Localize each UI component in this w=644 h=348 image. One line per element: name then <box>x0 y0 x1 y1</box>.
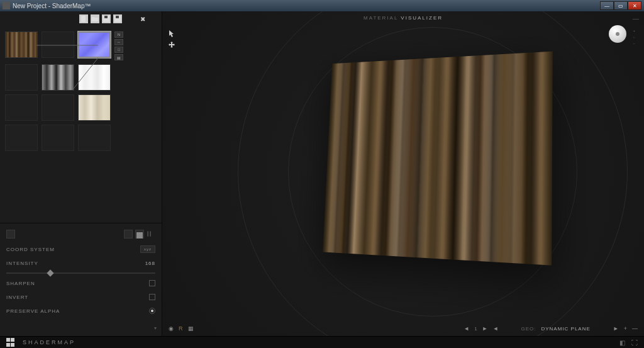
new-file-icon[interactable] <box>79 14 88 23</box>
intensity-slider-thumb[interactable] <box>47 269 54 276</box>
window-titlebar: New Project - ShaderMap™ — ▭ ✕ <box>0 0 644 11</box>
viewport-bottombar: ◉ R ▦ ◄ 1 ► ◄ GEO: DYNAMIC PLANE ► + — <box>162 323 644 334</box>
left-panel: ✖ N ↔ □ ▤ <box>0 11 162 336</box>
viewport-tools <box>167 29 176 49</box>
map-row-3 <box>5 125 157 151</box>
app-footer: SHADERMAP ◧ ⛶ <box>0 336 644 348</box>
properties-header: ┃┃ <box>6 230 155 239</box>
light-gizmo-ball[interactable] <box>609 25 626 43</box>
map-row-0: N ↔ □ ▤ <box>5 31 157 60</box>
preserve-alpha-radio[interactable] <box>149 308 155 314</box>
side-btn-3[interactable]: ▤ <box>114 54 123 60</box>
cursor-icon[interactable] <box>167 29 176 38</box>
map-row-2 <box>5 94 157 121</box>
gizmo-dot-icon[interactable]: ○ <box>633 35 635 39</box>
geo-label: GEO: <box>521 326 536 332</box>
side-btn-1[interactable]: ↔ <box>114 39 123 45</box>
add-icon[interactable]: + <box>624 325 627 332</box>
preview-plane-wrap <box>316 55 549 257</box>
window-controls: — ▭ ✕ <box>600 1 641 10</box>
spacer <box>114 125 123 151</box>
coord-system-label: COORD SYSTEM <box>6 247 55 252</box>
invert-row: INVERT <box>6 293 155 301</box>
save-file-icon[interactable] <box>102 14 111 23</box>
sharpen-checkbox[interactable] <box>149 280 155 286</box>
map-side-buttons: N ↔ □ ▤ <box>114 31 123 60</box>
preserve-alpha-row: PRESERVE ALPHA <box>6 306 155 315</box>
side-btn-0[interactable]: N <box>114 31 123 38</box>
invert-checkbox[interactable] <box>149 294 155 300</box>
svg-rect-2 <box>104 16 108 18</box>
map-empty-1-0[interactable] <box>5 64 38 91</box>
intensity-label: INTENSITY <box>6 261 38 266</box>
svg-rect-0 <box>81 16 86 22</box>
next-icon[interactable]: ► <box>482 325 488 332</box>
map-row-1 <box>5 64 157 91</box>
move-icon[interactable] <box>167 40 176 49</box>
page-current: 1 <box>474 326 477 332</box>
remove-icon[interactable]: — <box>632 325 638 332</box>
preview-plane[interactable] <box>323 52 553 266</box>
app-body: ✖ N ↔ □ ▤ <box>0 11 644 336</box>
maximize-button[interactable]: ▭ <box>614 1 628 10</box>
properties-panel: ┃┃ COORD SYSTEM xyz INTENSITY 168 SHARPE… <box>0 223 162 336</box>
prop-icon-1[interactable] <box>124 230 133 239</box>
save-icon[interactable] <box>135 230 144 239</box>
sharpen-label: SHARPEN <box>6 281 35 286</box>
expand-properties-icon[interactable]: ▾ <box>154 325 157 331</box>
coord-system-dropdown[interactable]: xyz <box>140 245 155 253</box>
geo-value: DYNAMIC PLANE <box>541 326 590 332</box>
app-icon <box>3 2 10 9</box>
light-gizmo[interactable]: + ○ − <box>609 25 630 47</box>
footer-icon-2[interactable]: ⛶ <box>631 339 638 346</box>
settings-icon[interactable]: ✖ <box>138 14 147 23</box>
map-empty-2-0[interactable] <box>5 94 38 121</box>
viewport-3d[interactable]: MATERIAL VISUALIZER — + ○ − <box>162 11 644 336</box>
footer-right: ◧ ⛶ <box>619 339 638 346</box>
map-empty-3-2[interactable] <box>78 125 111 151</box>
capture-icon[interactable]: ◉ <box>169 325 174 332</box>
gizmo-plus-icon[interactable]: + <box>633 29 635 33</box>
gizmo-arrows: + ○ − <box>633 29 635 45</box>
footer-logo-icon <box>6 338 15 347</box>
map-displacement[interactable] <box>42 64 74 91</box>
map-empty-3-1[interactable] <box>42 125 74 151</box>
map-grid: N ↔ □ ▤ <box>0 26 162 156</box>
svg-rect-4 <box>116 16 119 18</box>
map-empty-2-1[interactable] <box>42 94 74 121</box>
preserve-alpha-label: PRESERVE ALPHA <box>6 308 60 314</box>
map-source[interactable] <box>5 31 38 58</box>
map-empty-3-0[interactable] <box>5 125 38 151</box>
svg-rect-7 <box>136 232 143 239</box>
invert-label: INVERT <box>6 295 28 300</box>
gizmo-minus-icon[interactable]: − <box>633 42 635 45</box>
spacer <box>114 64 123 91</box>
viewport-minimize-icon[interactable]: — <box>633 15 639 22</box>
side-btn-2[interactable]: □ <box>114 47 123 53</box>
prop-menu-icon[interactable]: ┃┃ <box>147 230 155 239</box>
map-empty-0-1[interactable] <box>42 31 74 58</box>
spacer <box>114 94 123 121</box>
reset-icon[interactable]: R <box>179 325 183 332</box>
footer-icon-1[interactable]: ◧ <box>619 339 625 346</box>
map-specular[interactable] <box>78 64 111 91</box>
stop-icon[interactable]: ◄ <box>493 325 499 332</box>
sharpen-row: SHARPEN <box>6 279 155 288</box>
intensity-slider[interactable] <box>6 272 155 274</box>
coord-system-row: COORD SYSTEM xyz <box>6 245 155 254</box>
save-as-icon[interactable] <box>113 14 122 23</box>
map-ao[interactable] <box>78 94 111 121</box>
intensity-row: INTENSITY 168 <box>6 259 155 267</box>
map-normal[interactable] <box>78 31 111 58</box>
properties-spacer <box>0 156 162 223</box>
minimize-button[interactable]: — <box>600 1 614 10</box>
prev-icon[interactable]: ◄ <box>464 325 469 332</box>
close-button[interactable]: ✕ <box>628 1 641 10</box>
wireframe-icon[interactable]: ▦ <box>188 325 194 332</box>
expand-icon[interactable] <box>6 230 15 239</box>
intensity-value: 168 <box>145 261 155 266</box>
footer-brand: SHADERMAP <box>23 339 75 345</box>
window-title: New Project - ShaderMap™ <box>13 3 91 9</box>
open-file-icon[interactable] <box>91 14 99 23</box>
play-icon[interactable]: ► <box>613 325 619 332</box>
